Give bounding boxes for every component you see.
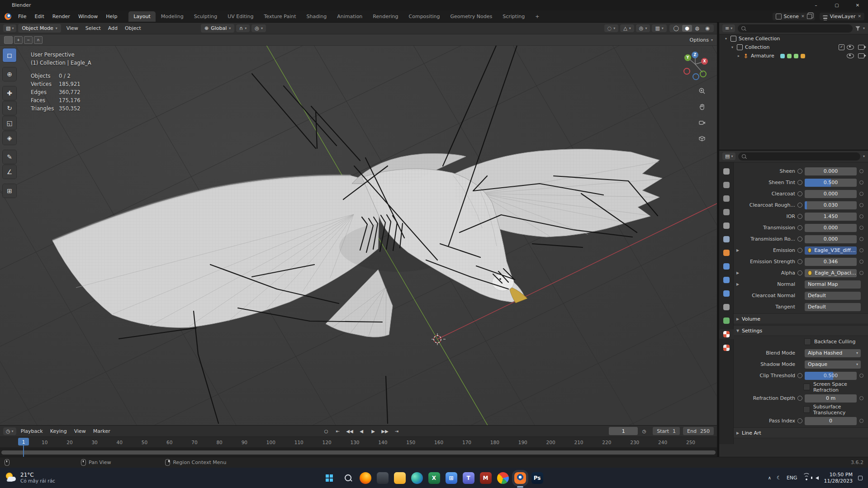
properties-tab[interactable] (719, 261, 734, 271)
property-row[interactable]: Shadow Mode Shadow Mode Opaque ▾ (734, 359, 868, 370)
workspace-tab[interactable]: Scripting (498, 11, 530, 22)
workspace-tab[interactable]: + (530, 11, 544, 22)
axis-y-handle[interactable]: Y (684, 54, 691, 61)
property-row[interactable]: Emission Strength Emission Strength 0.34… (734, 256, 868, 267)
hide-eye-icon[interactable] (847, 45, 854, 50)
axis-x-negative-handle[interactable] (683, 68, 690, 75)
axis-z-handle[interactable]: Z (692, 52, 698, 58)
property-field[interactable]: Default ▾ (805, 292, 861, 300)
property-field[interactable]: 0.346 ▾ (805, 258, 857, 266)
workspace-tab[interactable]: Geometry Nodes (445, 11, 497, 22)
properties-tab[interactable] (719, 248, 734, 258)
transport-button[interactable]: ⇤ (332, 427, 343, 436)
disclosure-icon[interactable]: ▶ (736, 317, 742, 321)
tool-button[interactable]: ✎ (3, 150, 16, 164)
animate-decorator-icon[interactable] (859, 374, 863, 378)
disclosure-icon[interactable]: ▶ (736, 431, 742, 435)
outliner-search-input[interactable] (738, 24, 853, 33)
workspace-tab[interactable]: Rendering (368, 11, 403, 22)
tool-button[interactable]: ✚ (3, 86, 16, 100)
outliner-label[interactable]: Scene Collection (739, 36, 780, 42)
animate-decorator-icon[interactable] (859, 169, 863, 173)
tool-button[interactable]: ◱ (3, 116, 16, 130)
property-row[interactable]: Subsurface Translucency Subsurface Trans… (734, 404, 868, 415)
menu-item[interactable]: File (14, 12, 30, 21)
minimize-button[interactable]: – (806, 0, 826, 10)
properties-search-input[interactable] (738, 152, 860, 161)
timeline-scrollbar[interactable] (0, 448, 717, 457)
property-field[interactable]: 0.030 ▾ (805, 201, 857, 209)
axis-z-negative-handle[interactable] (693, 73, 699, 80)
tool-button[interactable]: ∠ (3, 165, 16, 179)
timeline-menu-item[interactable]: View (71, 427, 90, 436)
workspace-tab[interactable]: Shading (302, 11, 332, 22)
property-field[interactable]: 1.450 ▾ (805, 213, 857, 221)
property-field[interactable]: 0.000 ▾ (805, 190, 857, 198)
viewport-menu-item[interactable]: View (63, 24, 82, 33)
scene-selector[interactable]: Scene ✕ (773, 13, 815, 20)
properties-tab[interactable] (719, 166, 734, 176)
wifi-icon[interactable] (803, 475, 810, 480)
clock-widget[interactable]: 10:50 PM 11/28/2023 (824, 472, 853, 484)
tool-button[interactable]: ◻ (3, 48, 16, 62)
workspace-tab[interactable]: Compositing (404, 11, 445, 22)
maximize-button[interactable]: ▢ (826, 0, 847, 10)
shading-mode-button[interactable]: ◯ (671, 25, 682, 32)
checkbox[interactable] (803, 406, 810, 413)
property-row[interactable]: Sheen Sheen 0.000 ▾ (734, 166, 868, 177)
workspace-tab[interactable]: Modeling (156, 11, 189, 22)
copy-icon[interactable] (807, 14, 812, 19)
taskbar-app-icon[interactable]: Ps (531, 472, 543, 484)
disclosure-icon[interactable]: ▶ (736, 248, 742, 252)
taskbar-app-icon[interactable] (360, 472, 371, 484)
view-toggle-button[interactable]: ◌ ▾ (604, 24, 619, 32)
animate-decorator-icon[interactable] (859, 419, 863, 423)
tray-chevron-icon[interactable]: ∧ (768, 475, 771, 480)
property-row[interactable]: Pass Index Pass Index 0 ▾ (734, 415, 868, 426)
workspace-tab[interactable]: Layout (128, 11, 155, 22)
axis-x-handle[interactable]: X (701, 58, 708, 65)
select-mode-button[interactable]: ∩ (34, 36, 43, 44)
snap-toggle[interactable]: ∩ ▾ (236, 24, 250, 32)
animate-decorator-icon[interactable] (859, 237, 863, 241)
shading-mode-button[interactable]: ● (682, 25, 692, 32)
viewlayer-selector[interactable]: ViewLayer ✕ (820, 13, 864, 20)
property-field[interactable]: 0.500 ▾ (805, 372, 857, 380)
proportional-edit-toggle[interactable]: ◎ ▾ (251, 24, 266, 32)
property-row[interactable]: Transmission Transmission 0.000 ▾ (734, 222, 868, 233)
property-row[interactable]: Screen Space Refraction Screen Space Ref… (734, 381, 868, 393)
properties-tab[interactable] (719, 275, 734, 285)
disclosure-icon[interactable]: ▾ (724, 37, 728, 41)
pan-hand-button[interactable] (696, 101, 708, 113)
menu-item[interactable]: Window (74, 12, 102, 21)
navigation-gizmo[interactable]: Z Y X (681, 50, 710, 79)
property-field[interactable]: 0.500 ▾ (805, 179, 857, 187)
perspective-toggle-button[interactable] (696, 133, 708, 144)
playhead[interactable]: 1 (18, 438, 29, 445)
close-button[interactable]: ✕ (847, 0, 868, 10)
properties-tab[interactable] (719, 329, 734, 339)
outliner-label[interactable]: Armature (751, 53, 774, 59)
property-field[interactable]: Alpha Hashed ▾ (805, 349, 861, 357)
properties-tab[interactable] (719, 302, 734, 312)
animate-decorator-icon[interactable] (859, 192, 863, 196)
properties-tab[interactable] (719, 316, 734, 326)
mode-dropdown[interactable]: Object Mode ▾ (18, 24, 61, 33)
axis-y-negative-handle[interactable] (700, 71, 707, 77)
viewport-menu-item[interactable]: Select (82, 24, 104, 33)
chevron-down-icon[interactable]: ▾ (863, 26, 865, 30)
property-row[interactable]: Clearcoat Clearcoat 0.000 ▾ (734, 188, 868, 199)
property-row[interactable]: IOR IOR 1.450 ▾ (734, 211, 868, 222)
property-row[interactable]: ▶ Emission Emission Eagle_V3E_diffuseOri… (734, 245, 868, 256)
frame-ruler[interactable]: 1020304050607080901001101201301401501601… (0, 437, 717, 448)
menu-item[interactable]: Edit (30, 12, 48, 21)
menu-item[interactable]: Render (48, 12, 74, 21)
taskbar-app-icon[interactable] (411, 472, 423, 484)
3d-viewport[interactable]: +−∩ Options ▾ ◻⊕✚↻◱◈✎∠⊞ User Perspective… (0, 34, 717, 425)
property-row[interactable]: ▶ Normal Normal Normal Map ▾ (734, 279, 868, 290)
property-field[interactable]: 0.000 ▾ (805, 235, 857, 243)
menu-item[interactable]: Help (102, 12, 121, 21)
view-toggle-button[interactable]: ◎ ▾ (636, 24, 650, 32)
animate-decorator-icon[interactable] (859, 271, 863, 275)
property-field[interactable]: Eagle_A_Opacity.png ▾ (805, 269, 857, 277)
